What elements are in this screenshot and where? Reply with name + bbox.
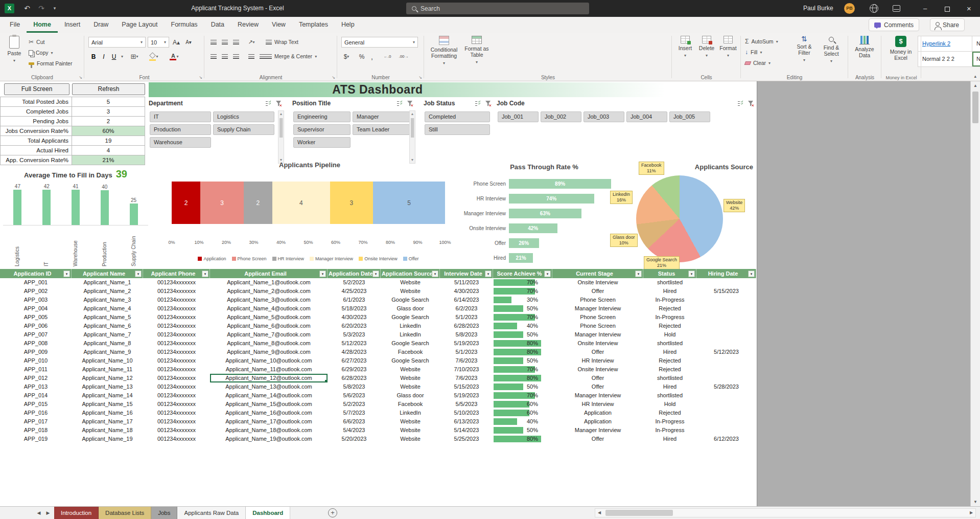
cell[interactable]: 001234xxxxxxx xyxy=(143,391,210,400)
cell[interactable]: APP_013 xyxy=(0,382,72,391)
cell[interactable]: Applicant_Name_8@outlook.com xyxy=(210,339,328,348)
cell[interactable]: APP_015 xyxy=(0,400,72,409)
cell[interactable]: 4/30/2023 xyxy=(440,287,493,296)
full-screen-button[interactable]: Full Screen xyxy=(4,83,69,95)
align-bottom-icon[interactable] xyxy=(231,37,241,48)
bar[interactable] xyxy=(72,190,80,225)
cell[interactable]: 80% xyxy=(493,374,552,382)
cell[interactable]: 001234xxxxxxx xyxy=(143,417,210,426)
cell[interactable]: Applicant_Name_8 xyxy=(72,339,143,348)
cell[interactable] xyxy=(696,322,756,330)
cell[interactable]: 7/6/2023 xyxy=(440,374,493,382)
orientation-icon[interactable]: ↗▾ xyxy=(246,37,256,48)
cell[interactable]: 5/11/2023 xyxy=(440,278,493,287)
minimize-button[interactable]: – xyxy=(914,0,936,17)
cell[interactable] xyxy=(696,330,756,339)
cell[interactable] xyxy=(696,400,756,409)
cell[interactable]: 50% xyxy=(493,304,552,313)
cell[interactable] xyxy=(696,426,756,435)
cell[interactable]: 5/7/2023 xyxy=(328,409,381,417)
cell[interactable]: Applicant_Name_7 xyxy=(72,330,143,339)
pipeline-segment-phone-screen[interactable]: 3 xyxy=(200,182,243,224)
cell[interactable]: Manager Interview xyxy=(552,391,643,400)
cell[interactable]: 6/29/2023 xyxy=(328,365,381,374)
cell[interactable]: 80% xyxy=(493,348,552,356)
decrease-font-icon[interactable]: A▾ xyxy=(183,37,194,48)
cell[interactable]: APP_014 xyxy=(0,391,72,400)
slicer-item-production[interactable]: Production xyxy=(150,124,211,135)
cell[interactable]: 5/14/2023 xyxy=(440,426,493,435)
cell[interactable]: 001234xxxxxxx xyxy=(143,304,210,313)
cell[interactable]: Offer xyxy=(552,435,643,443)
borders-icon[interactable]: ⊞▾ xyxy=(129,51,139,62)
slicer-item-job-001[interactable]: Job_001 xyxy=(498,111,539,122)
user-name[interactable]: Paul Burke xyxy=(803,0,833,17)
cell[interactable]: 4/25/2023 xyxy=(328,287,381,296)
cell[interactable]: Onsite Interview xyxy=(552,365,643,374)
cell[interactable]: Hold xyxy=(643,330,696,339)
sheet-tab-database-lists[interactable]: Database Lists xyxy=(99,507,151,519)
cell[interactable] xyxy=(696,304,756,313)
align-top-icon[interactable] xyxy=(208,37,219,48)
sheet-tab-jobs[interactable]: Jobs xyxy=(151,507,177,519)
clear-filter-icon[interactable] xyxy=(275,100,282,107)
clear-filter-icon[interactable] xyxy=(485,100,492,107)
cell[interactable]: 80% xyxy=(493,435,552,443)
cell[interactable]: 5/28/2023 xyxy=(696,382,756,391)
cell[interactable]: 5/19/2023 xyxy=(440,391,493,400)
cell[interactable]: APP_003 xyxy=(0,296,72,304)
font-size-select[interactable]: 10▾ xyxy=(148,37,169,48)
cell[interactable]: Offer xyxy=(552,287,643,296)
cell[interactable]: Applicant_Name_3@outlook.com xyxy=(210,296,328,304)
cell[interactable]: 70% xyxy=(493,287,552,296)
align-center-icon[interactable] xyxy=(220,51,230,62)
cell[interactable]: Manager Interview xyxy=(552,304,643,313)
slicer-item-worker[interactable]: Worker xyxy=(293,137,351,148)
bar[interactable]: 26% xyxy=(509,238,539,248)
cell[interactable]: 001234xxxxxxx xyxy=(143,382,210,391)
italic-button[interactable]: I xyxy=(99,51,109,62)
cell-style-hyperlink-2[interactable]: Hyperlink 2 xyxy=(918,36,972,51)
cell[interactable]: Hired xyxy=(643,348,696,356)
cell[interactable]: shortlisted xyxy=(643,374,696,382)
cell[interactable]: 001234xxxxxxx xyxy=(143,374,210,382)
cell[interactable]: Applicant_Name_19 xyxy=(72,435,143,443)
cell[interactable]: LinkedIn xyxy=(381,322,440,330)
cell[interactable]: Onsite Interview xyxy=(552,278,643,287)
font-family-select[interactable]: Arial▾ xyxy=(88,37,146,48)
ribbon-tab-home[interactable]: Home xyxy=(27,17,58,33)
cell[interactable]: 5/1/2023 xyxy=(440,313,493,322)
conditional-formatting-button[interactable]: Conditional Formatting▾ xyxy=(428,36,460,66)
cell[interactable]: 001234xxxxxxx xyxy=(143,426,210,435)
cell[interactable]: Applicant_Name_11 xyxy=(72,365,143,374)
comma-format-icon[interactable]: , xyxy=(367,51,377,62)
cell[interactable]: Website xyxy=(381,382,440,391)
ribbon-tab-templates[interactable]: Templates xyxy=(292,17,335,33)
cell[interactable]: 5/10/2023 xyxy=(440,409,493,417)
ribbon-tab-page-layout[interactable]: Page Layout xyxy=(115,17,164,33)
cell[interactable]: Glass door xyxy=(381,304,440,313)
cell[interactable]: APP_012 xyxy=(0,374,72,382)
filter-dropdown-icon[interactable]: ▾ xyxy=(202,270,208,277)
pipeline-segment-manager-interview[interactable]: 4 xyxy=(272,182,330,224)
cell[interactable]: 001234xxxxxxx xyxy=(143,313,210,322)
cell[interactable]: Google Search xyxy=(381,356,440,365)
bar[interactable]: 63% xyxy=(509,209,581,218)
slicer-item-team-leader[interactable]: Team Leader xyxy=(353,124,410,135)
cell[interactable]: 60% xyxy=(493,409,552,417)
collapse-ribbon-icon[interactable]: ▴ xyxy=(974,74,976,79)
cell[interactable]: Applicant_Name_4 xyxy=(72,304,143,313)
sheet-tab-applicants-raw-data[interactable]: Applicants Raw Data xyxy=(177,507,246,519)
copy-button[interactable]: Copy▾ xyxy=(29,48,53,58)
align-right-icon[interactable] xyxy=(231,51,241,62)
cell[interactable]: 5/25/2023 xyxy=(440,435,493,443)
share-button[interactable]: Share xyxy=(930,18,965,31)
avatar[interactable]: PB xyxy=(844,3,855,14)
cell[interactable]: In-Progress xyxy=(643,417,696,426)
cell[interactable] xyxy=(696,296,756,304)
pipeline-segment-onsite-interview[interactable]: 3 xyxy=(330,182,373,224)
cell[interactable]: Facebook xyxy=(381,348,440,356)
cell[interactable]: Applicant_Name_11@outlook.com xyxy=(210,365,328,374)
cell[interactable]: 70% xyxy=(493,365,552,374)
ribbon-tab-review[interactable]: Review xyxy=(231,17,265,33)
